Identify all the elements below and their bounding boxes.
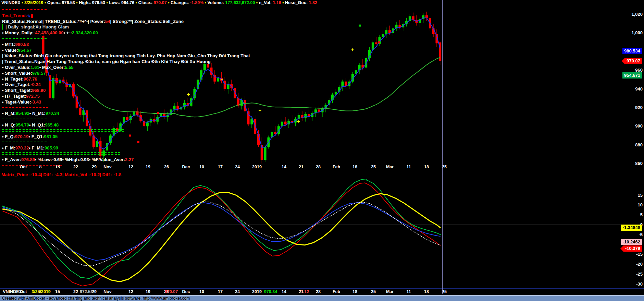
axis-tick-label: Feb xyxy=(333,289,340,294)
axis-tick-label: 14 xyxy=(282,165,286,169)
axis-tick-label: 18 xyxy=(424,289,429,294)
status-bar: Created with AmiBroker - advanced charti… xyxy=(0,295,644,301)
axis-tick-label: 15 xyxy=(55,165,60,169)
axis-tick-label: Nov xyxy=(103,165,112,169)
overlapped-label-fragment: 970.07 xyxy=(165,289,178,294)
overlapped-label-fragment: 972.53 xyxy=(80,289,93,294)
title-segment: Low= 964.76 xyxy=(109,0,135,5)
y-axis-tick-label: 5 xyxy=(640,212,643,217)
badge-arrow-icon xyxy=(620,245,623,252)
axis-tick-label: Nov xyxy=(103,289,112,294)
axis-tick-label: 10 xyxy=(199,165,204,169)
axis-tick-label: 15 xyxy=(55,289,60,294)
axis-tick-label: 14 xyxy=(282,289,286,294)
title-segment: 970.07 xyxy=(153,0,168,5)
axis-tick-label: Oct xyxy=(20,165,27,169)
title-segment: Close= xyxy=(138,0,154,5)
axis-tick-label: 22 xyxy=(73,289,78,294)
title-segment: • xyxy=(45,0,47,5)
title-segment: Heso_Goc: xyxy=(285,0,309,5)
axis-tick-label: 25 xyxy=(442,165,447,169)
y-axis-tick-label: -20 xyxy=(636,262,643,267)
axis-tick-label: 19 xyxy=(146,165,150,169)
value-badge: -10.2462 xyxy=(621,239,642,245)
axis-tick-label: 18 xyxy=(352,289,357,294)
y-axis-tick-label: -15 xyxy=(636,252,643,257)
overlapped-label-fragment: VNINDEX xyxy=(3,289,22,294)
axis-tick-label: Dec xyxy=(182,165,190,169)
axis-tick-label: 18 xyxy=(352,165,357,169)
y-axis-tick-label: -5 xyxy=(639,232,643,237)
overlapped-label-fragment: 970.34 xyxy=(264,289,277,294)
axis-tick-label: 11 xyxy=(406,289,411,294)
title-segment: Change= xyxy=(171,0,190,5)
y-axis-tick-label: -25 xyxy=(636,272,643,277)
price-and-oscillator-chart[interactable] xyxy=(0,0,644,301)
axis-tick-label: 25 xyxy=(442,289,447,294)
status-text: Created with AmiBroker - advanced charti… xyxy=(2,296,190,301)
axis-tick-label: 25 xyxy=(371,289,376,294)
title-segment: Volume: xyxy=(208,0,225,5)
value-badge: -1.34848 xyxy=(621,225,642,231)
date-axis-upper: Oct8152229Nov121926Dec1017242019142128Fe… xyxy=(0,165,621,171)
title-segment: -1.89% xyxy=(190,0,205,5)
axis-tick-label: 22 xyxy=(73,165,78,169)
title-segment: VNINDEX xyxy=(1,0,22,5)
axis-tick-label: 24 xyxy=(235,165,240,169)
title-segment: n_Vol: xyxy=(259,0,273,5)
axis-tick-label: Feb xyxy=(333,165,340,169)
axis-tick-label: 25 xyxy=(371,165,376,169)
title-segment: • xyxy=(205,0,208,5)
overlapped-label-fragment: 1.12 xyxy=(301,289,309,294)
overlapped-label-fragment: 3/25/2019 xyxy=(32,289,51,294)
axis-tick-label: 2019 xyxy=(252,289,262,294)
axis-tick-label: 12 xyxy=(128,165,133,169)
title-segment: • xyxy=(136,0,138,5)
y-axis-tick-label: 10 xyxy=(638,202,643,207)
title-segment: • xyxy=(22,0,24,5)
title-segment: 1.82 xyxy=(309,0,317,5)
title-segment: • xyxy=(76,0,79,5)
oscillator-axis: 151050-5-15-20-25-30-1.34848-10.2462-10.… xyxy=(615,0,643,295)
title-segment: High= 976.53 xyxy=(79,0,106,5)
axis-tick-label: Mar xyxy=(386,165,394,169)
value-badge: -10.379 xyxy=(623,245,642,252)
axis-tick-label: 2019 xyxy=(252,165,262,169)
title-segment: 1.16 xyxy=(273,0,282,5)
title-segment: Open= 976.53 xyxy=(47,0,76,5)
crosshair-cursor-line[interactable] xyxy=(442,0,443,294)
axis-tick-label: 19 xyxy=(146,289,150,294)
axis-tick-label: 26 xyxy=(164,165,169,169)
axis-tick-label: 17 xyxy=(218,165,223,169)
title-segment: 177,632,672.00 xyxy=(225,0,256,5)
title-segment: • xyxy=(168,0,171,5)
amibroker-window: VNINDEX • 3/25/2019 • Open= 976.53 • Hig… xyxy=(0,0,644,301)
oscillator-pane-title: Matrix_Price :-10.4| Diff : -4.3| Matrix… xyxy=(1,172,121,177)
pane-separator xyxy=(0,288,644,289)
title-segment: • xyxy=(256,0,259,5)
axis-tick-label: 18 xyxy=(424,165,429,169)
axis-tick-label: 21 xyxy=(299,165,304,169)
axis-tick-label: 12 xyxy=(128,289,133,294)
axis-tick-label: 10 xyxy=(199,289,204,294)
axis-tick-label: 24 xyxy=(235,289,240,294)
y-axis-tick-label: 15 xyxy=(638,193,643,198)
axis-tick-label: 28 xyxy=(316,289,321,294)
title-segment: 3/25/2019 xyxy=(24,0,45,5)
axis-tick-label: Mar xyxy=(386,289,394,294)
y-axis-tick-label: -30 xyxy=(636,281,643,287)
axis-tick-label: 28 xyxy=(316,165,321,169)
axis-tick-label: 29 xyxy=(92,165,97,169)
axis-tick-label: Dec xyxy=(182,289,190,294)
axis-tick-label: 8 xyxy=(39,165,42,169)
title-segment: • xyxy=(282,0,285,5)
quote-title-bar: VNINDEX • 3/25/2019 • Open= 976.53 • Hig… xyxy=(1,0,317,6)
axis-tick-label: 11 xyxy=(406,165,411,169)
axis-tick-label: 17 xyxy=(218,289,223,294)
